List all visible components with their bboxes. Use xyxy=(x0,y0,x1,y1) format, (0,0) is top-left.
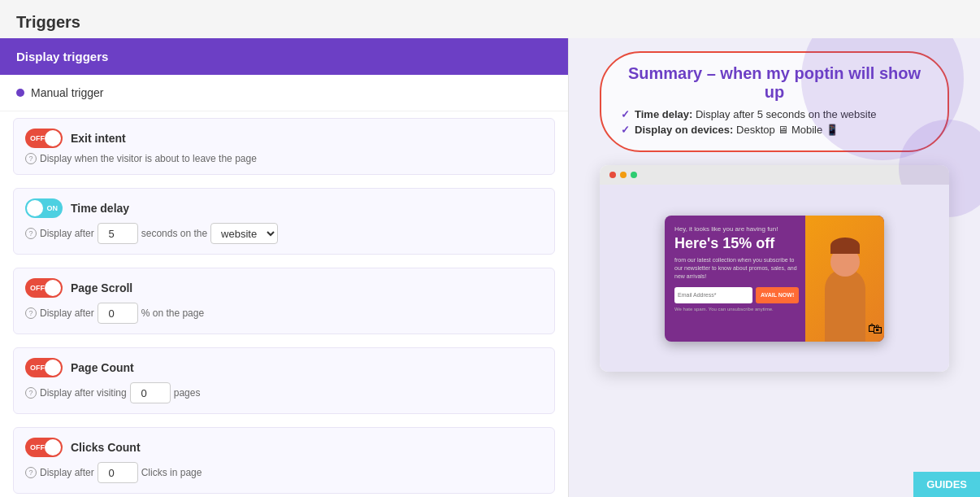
page-count-title: Page Count xyxy=(71,361,134,374)
clicks-count-desc: ? Display after Clicks in page xyxy=(25,462,543,483)
manual-dot xyxy=(16,89,24,97)
trigger-header-exit: OFF Exit intent xyxy=(25,129,543,148)
help-icon-count[interactable]: ? xyxy=(25,387,37,399)
trigger-header-time: ON Time delay xyxy=(25,198,543,218)
trigger-section-exit-intent: OFF Exit intent ? Display when the visit… xyxy=(13,118,555,175)
manual-trigger-label: Manual trigger xyxy=(31,86,104,99)
time-delay-title: Time delay xyxy=(71,202,129,215)
display-triggers-header: Display triggers xyxy=(0,38,568,75)
time-delay-desc: ? Display after seconds on the website p… xyxy=(25,223,543,244)
popup-cta-button[interactable]: AVAIL NOW! xyxy=(756,287,799,303)
help-icon-clicks[interactable]: ? xyxy=(25,467,37,478)
toggle-off-label-scroll: OFF xyxy=(30,284,45,292)
time-delay-input[interactable] xyxy=(98,223,138,244)
check-icon-devices: ✓ xyxy=(621,124,630,136)
help-icon-scroll[interactable]: ? xyxy=(25,307,37,319)
trigger-header-clicks: OFF Clicks Count xyxy=(25,438,543,457)
popup-small-text: Hey, it looks like you are having fun! xyxy=(674,225,799,233)
manual-trigger-row: Manual trigger xyxy=(0,75,568,111)
toggle-off-label-count: OFF xyxy=(30,364,45,372)
help-icon-exit[interactable]: ? xyxy=(25,153,37,164)
exit-intent-desc: ? Display when the visitor is about to l… xyxy=(25,153,543,164)
check-icon-time: ✓ xyxy=(621,108,630,120)
toggle-time-delay[interactable]: ON xyxy=(25,198,63,218)
trigger-section-time-delay: ON Time delay ? Display after seconds on… xyxy=(13,188,555,255)
right-panel: Summary – when my poptin will show up ✓ … xyxy=(569,38,980,497)
preview-content: ✕ Hey, it looks like you are having fun!… xyxy=(600,185,949,372)
trigger-section-page-scroll: OFF Page Scroll ? Display after % on the… xyxy=(13,268,555,334)
clicks-count-title: Clicks Count xyxy=(71,441,141,454)
popup-headline: Here's 15% off xyxy=(674,236,799,252)
popup-body-text: from our latest collection when you subs… xyxy=(674,256,799,280)
trigger-header-scroll: OFF Page Scroll xyxy=(25,278,543,298)
page-scroll-title: Page Scroll xyxy=(71,281,132,294)
trigger-header-count: OFF Page Count xyxy=(25,358,543,377)
toggle-page-count[interactable]: OFF xyxy=(25,358,63,377)
left-panel: Display triggers Manual trigger OFF Exit… xyxy=(0,38,569,497)
website-select[interactable]: website page xyxy=(210,223,278,244)
popup-email-input[interactable] xyxy=(674,287,752,303)
page-title: Triggers xyxy=(0,0,980,38)
page-count-desc: ? Display after visiting pages xyxy=(25,382,543,403)
popup-email-row: AVAIL NOW! xyxy=(674,287,799,303)
guides-button[interactable]: GUIDES xyxy=(913,472,980,497)
page-count-input[interactable] xyxy=(130,382,171,403)
trigger-section-page-count: OFF Page Count ? Display after visiting … xyxy=(13,347,555,414)
toggle-exit-intent[interactable]: OFF xyxy=(25,129,63,148)
popup-text-side: Hey, it looks like you are having fun! H… xyxy=(665,216,805,342)
toggle-off-label: OFF xyxy=(30,134,45,142)
popup-card: ✕ Hey, it looks like you are having fun!… xyxy=(665,216,884,342)
trigger-section-clicks-count: OFF Clicks Count ? Display after Clicks … xyxy=(13,427,555,494)
help-icon-time[interactable]: ? xyxy=(25,228,37,239)
popup-image-side: 🛍 xyxy=(805,216,884,342)
toggle-on-label: ON xyxy=(47,204,59,212)
summary-label-time: Time delay: xyxy=(635,108,692,120)
preview-window: ✕ Hey, it looks like you are having fun!… xyxy=(600,165,949,372)
main-layout: Display triggers Manual trigger OFF Exit… xyxy=(0,38,980,497)
page-scroll-desc: ? Display after % on the page xyxy=(25,303,543,324)
summary-label-devices: Display on devices: xyxy=(635,124,733,136)
window-dot-red xyxy=(609,172,616,178)
popup-bottom-text: We hate spam. You can unsubscribe anytim… xyxy=(674,307,799,312)
page-scroll-input[interactable] xyxy=(98,303,138,324)
preview-titlebar xyxy=(600,165,949,185)
window-dot-yellow xyxy=(620,172,627,178)
toggle-off-label-clicks: OFF xyxy=(30,443,45,451)
window-dot-green xyxy=(631,172,637,178)
exit-intent-title: Exit intent xyxy=(71,132,126,145)
clicks-count-input[interactable] xyxy=(98,462,138,483)
toggle-clicks-count[interactable]: OFF xyxy=(25,438,63,457)
toggle-page-scroll[interactable]: OFF xyxy=(25,278,63,298)
